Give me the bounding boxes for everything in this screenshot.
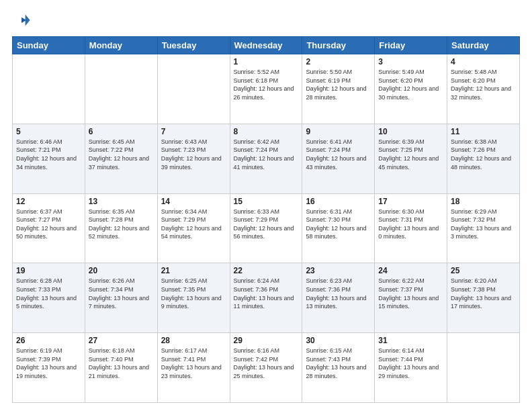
calendar-cell: 11Sunrise: 6:38 AM Sunset: 7:26 PM Dayli… — [447, 124, 520, 193]
calendar-cell: 16Sunrise: 6:31 AM Sunset: 7:30 PM Dayli… — [302, 193, 375, 263]
day-header-saturday: Saturday — [447, 37, 520, 54]
calendar-cell: 9Sunrise: 6:41 AM Sunset: 7:24 PM Daylig… — [302, 124, 375, 193]
day-number: 10 — [378, 127, 443, 136]
day-info: Sunrise: 6:34 AM Sunset: 7:29 PM Dayligh… — [161, 208, 226, 241]
day-number: 2 — [306, 57, 371, 66]
day-info: Sunrise: 6:25 AM Sunset: 7:35 PM Dayligh… — [161, 277, 226, 310]
calendar-cell — [157, 54, 230, 124]
day-number: 21 — [161, 266, 226, 275]
calendar-cell: 13Sunrise: 6:35 AM Sunset: 7:28 PM Dayli… — [85, 193, 157, 263]
calendar-cell — [447, 333, 520, 403]
calendar-cell: 4Sunrise: 5:48 AM Sunset: 6:20 PM Daylig… — [447, 54, 520, 124]
day-number: 1 — [234, 57, 299, 66]
calendar-cell: 24Sunrise: 6:22 AM Sunset: 7:37 PM Dayli… — [375, 263, 447, 333]
day-info: Sunrise: 6:35 AM Sunset: 7:28 PM Dayligh… — [89, 208, 154, 241]
day-number: 26 — [16, 336, 81, 345]
calendar-cell: 18Sunrise: 6:29 AM Sunset: 7:32 PM Dayli… — [447, 193, 520, 263]
day-info: Sunrise: 6:26 AM Sunset: 7:34 PM Dayligh… — [89, 277, 154, 310]
day-info: Sunrise: 5:50 AM Sunset: 6:19 PM Dayligh… — [306, 68, 371, 101]
calendar-cell: 5Sunrise: 6:46 AM Sunset: 7:21 PM Daylig… — [13, 124, 85, 193]
day-number: 17 — [378, 197, 443, 206]
calendar-cell: 31Sunrise: 6:14 AM Sunset: 7:44 PM Dayli… — [375, 333, 447, 403]
day-number: 15 — [234, 197, 299, 206]
day-header-monday: Monday — [85, 37, 157, 54]
day-number: 18 — [451, 197, 516, 206]
day-info: Sunrise: 6:41 AM Sunset: 7:24 PM Dayligh… — [306, 138, 371, 171]
day-info: Sunrise: 6:16 AM Sunset: 7:42 PM Dayligh… — [234, 347, 299, 380]
calendar-cell: 2Sunrise: 5:50 AM Sunset: 6:19 PM Daylig… — [302, 54, 375, 124]
day-info: Sunrise: 6:17 AM Sunset: 7:41 PM Dayligh… — [161, 347, 226, 380]
day-info: Sunrise: 6:28 AM Sunset: 7:33 PM Dayligh… — [16, 277, 81, 310]
day-info: Sunrise: 5:52 AM Sunset: 6:18 PM Dayligh… — [234, 68, 299, 101]
calendar-cell: 26Sunrise: 6:19 AM Sunset: 7:39 PM Dayli… — [13, 333, 85, 403]
day-header-tuesday: Tuesday — [157, 37, 230, 54]
day-info: Sunrise: 5:49 AM Sunset: 6:20 PM Dayligh… — [378, 68, 443, 101]
calendar-cell: 10Sunrise: 6:39 AM Sunset: 7:25 PM Dayli… — [375, 124, 447, 193]
day-number: 13 — [89, 197, 154, 206]
calendar-cell: 28Sunrise: 6:17 AM Sunset: 7:41 PM Dayli… — [157, 333, 230, 403]
day-number: 14 — [161, 197, 226, 206]
day-number: 28 — [161, 336, 226, 345]
week-row-4: 19Sunrise: 6:28 AM Sunset: 7:33 PM Dayli… — [13, 263, 520, 333]
calendar-cell: 6Sunrise: 6:45 AM Sunset: 7:22 PM Daylig… — [85, 124, 157, 193]
day-number: 20 — [89, 266, 154, 275]
day-number: 5 — [16, 127, 81, 136]
day-info: Sunrise: 6:23 AM Sunset: 7:36 PM Dayligh… — [306, 277, 371, 310]
day-info: Sunrise: 6:24 AM Sunset: 7:36 PM Dayligh… — [234, 277, 299, 310]
page: SundayMondayTuesdayWednesdayThursdayFrid… — [0, 0, 532, 411]
day-number: 4 — [451, 57, 516, 66]
header — [12, 11, 520, 30]
day-header-friday: Friday — [375, 37, 447, 54]
calendar-cell: 30Sunrise: 6:15 AM Sunset: 7:43 PM Dayli… — [302, 333, 375, 403]
day-info: Sunrise: 6:43 AM Sunset: 7:23 PM Dayligh… — [161, 138, 226, 171]
day-info: Sunrise: 6:45 AM Sunset: 7:22 PM Dayligh… — [89, 138, 154, 171]
day-number: 29 — [234, 336, 299, 345]
day-info: Sunrise: 5:48 AM Sunset: 6:20 PM Dayligh… — [451, 68, 516, 101]
day-header-wednesday: Wednesday — [230, 37, 302, 54]
day-info: Sunrise: 6:37 AM Sunset: 7:27 PM Dayligh… — [16, 208, 81, 241]
day-info: Sunrise: 6:19 AM Sunset: 7:39 PM Dayligh… — [16, 347, 81, 380]
day-number: 8 — [234, 127, 299, 136]
calendar-cell: 25Sunrise: 6:20 AM Sunset: 7:38 PM Dayli… — [447, 263, 520, 333]
day-number: 27 — [89, 336, 154, 345]
calendar-cell: 7Sunrise: 6:43 AM Sunset: 7:23 PM Daylig… — [157, 124, 230, 193]
day-info: Sunrise: 6:33 AM Sunset: 7:29 PM Dayligh… — [234, 208, 299, 241]
day-number: 23 — [306, 266, 371, 275]
day-info: Sunrise: 6:20 AM Sunset: 7:38 PM Dayligh… — [451, 277, 516, 310]
calendar-cell: 17Sunrise: 6:30 AM Sunset: 7:31 PM Dayli… — [375, 193, 447, 263]
day-info: Sunrise: 6:29 AM Sunset: 7:32 PM Dayligh… — [451, 208, 516, 241]
week-row-5: 26Sunrise: 6:19 AM Sunset: 7:39 PM Dayli… — [13, 333, 520, 403]
day-info: Sunrise: 6:22 AM Sunset: 7:37 PM Dayligh… — [378, 277, 443, 310]
day-info: Sunrise: 6:18 AM Sunset: 7:40 PM Dayligh… — [89, 347, 154, 380]
calendar-cell: 15Sunrise: 6:33 AM Sunset: 7:29 PM Dayli… — [230, 193, 302, 263]
day-number: 7 — [161, 127, 226, 136]
calendar-cell — [13, 54, 85, 124]
calendar-cell — [85, 54, 157, 124]
calendar-cell: 14Sunrise: 6:34 AM Sunset: 7:29 PM Dayli… — [157, 193, 230, 263]
calendar-cell: 8Sunrise: 6:42 AM Sunset: 7:24 PM Daylig… — [230, 124, 302, 193]
calendar-cell: 21Sunrise: 6:25 AM Sunset: 7:35 PM Dayli… — [157, 263, 230, 333]
day-number: 24 — [378, 266, 443, 275]
day-number: 25 — [451, 266, 516, 275]
day-info: Sunrise: 6:14 AM Sunset: 7:44 PM Dayligh… — [378, 347, 443, 380]
calendar-table: SundayMondayTuesdayWednesdayThursdayFrid… — [12, 36, 520, 403]
day-number: 19 — [16, 266, 81, 275]
day-number: 30 — [306, 336, 371, 345]
week-row-1: 1Sunrise: 5:52 AM Sunset: 6:18 PM Daylig… — [13, 54, 520, 124]
day-info: Sunrise: 6:42 AM Sunset: 7:24 PM Dayligh… — [234, 138, 299, 171]
calendar-cell: 12Sunrise: 6:37 AM Sunset: 7:27 PM Dayli… — [13, 193, 85, 263]
logo — [12, 11, 32, 30]
calendar-cell: 20Sunrise: 6:26 AM Sunset: 7:34 PM Dayli… — [85, 263, 157, 333]
day-number: 12 — [16, 197, 81, 206]
week-row-3: 12Sunrise: 6:37 AM Sunset: 7:27 PM Dayli… — [13, 193, 520, 263]
day-number: 16 — [306, 197, 371, 206]
day-info: Sunrise: 6:31 AM Sunset: 7:30 PM Dayligh… — [306, 208, 371, 241]
day-number: 3 — [378, 57, 443, 66]
logo-icon — [12, 11, 31, 30]
calendar-cell: 3Sunrise: 5:49 AM Sunset: 6:20 PM Daylig… — [375, 54, 447, 124]
day-info: Sunrise: 6:30 AM Sunset: 7:31 PM Dayligh… — [378, 208, 443, 241]
week-row-2: 5Sunrise: 6:46 AM Sunset: 7:21 PM Daylig… — [13, 124, 520, 193]
day-info: Sunrise: 6:39 AM Sunset: 7:25 PM Dayligh… — [378, 138, 443, 171]
day-number: 11 — [451, 127, 516, 136]
day-info: Sunrise: 6:46 AM Sunset: 7:21 PM Dayligh… — [16, 138, 81, 171]
